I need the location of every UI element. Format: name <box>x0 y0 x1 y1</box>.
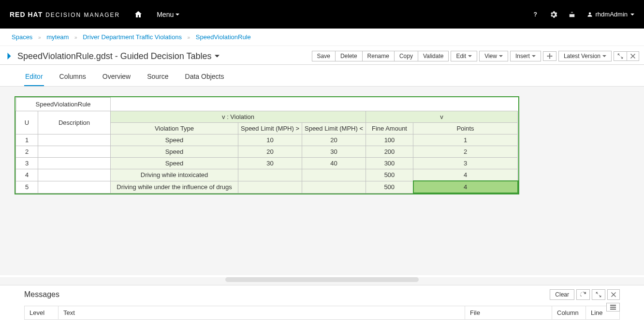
caret-down-icon <box>602 54 606 58</box>
expand-icon[interactable] <box>592 289 605 300</box>
col-header-speed-max[interactable]: Speed Limit (MPH) < <box>302 123 366 134</box>
col-group-v[interactable]: v <box>366 111 518 123</box>
cell-violation-type[interactable]: Speed <box>111 146 238 158</box>
table-row[interactable]: 1 Speed 10 20 100 1 <box>16 134 518 146</box>
col-header-level[interactable]: Level <box>25 306 59 320</box>
cell-points-selected[interactable]: 4 <box>413 181 518 193</box>
col-header-violation-type[interactable]: Violation Type <box>111 123 238 134</box>
refresh-icon[interactable] <box>576 289 590 300</box>
cell-speed-max[interactable] <box>302 181 366 193</box>
breadcrumb-item[interactable]: Spaces <box>12 33 32 41</box>
home-icon[interactable] <box>134 11 142 18</box>
save-button[interactable]: Save <box>312 51 336 61</box>
expand-icon[interactable] <box>614 51 627 61</box>
menu-dropdown[interactable]: Menu <box>157 11 179 18</box>
cell-fine[interactable]: 100 <box>366 134 413 146</box>
cell-description[interactable] <box>38 146 111 158</box>
insert-dropdown[interactable]: Insert <box>510 51 541 61</box>
table-name-tab[interactable]: SpeedViolationRule <box>16 97 111 111</box>
breadcrumb-item[interactable]: SpeedViolationRule <box>196 33 251 41</box>
cell-fine[interactable]: 300 <box>366 158 413 169</box>
cell-speed-min[interactable] <box>238 169 302 181</box>
cell-violation-type[interactable]: Driving while intoxicated <box>111 169 238 181</box>
col-header-file[interactable]: File <box>465 306 552 320</box>
user-menu[interactable]: rhdmAdmin <box>587 11 634 18</box>
expand-toggle[interactable] <box>7 53 12 59</box>
col-header-fine[interactable]: Fine Amount <box>366 123 413 134</box>
cell-fine[interactable]: 200 <box>366 146 413 158</box>
col-header-speed-min[interactable]: Speed Limit (MPH) > <box>238 123 302 134</box>
list-options-icon[interactable] <box>606 303 620 312</box>
cell-description[interactable] <box>38 158 111 169</box>
col-header-column[interactable]: Column <box>552 306 586 320</box>
table-row[interactable]: 4 Driving while intoxicated 500 4 <box>16 169 518 181</box>
validate-button[interactable]: Validate <box>418 51 449 61</box>
tab-source[interactable]: Source <box>146 70 169 86</box>
rename-button[interactable]: Rename <box>362 51 395 61</box>
cell-speed-max[interactable] <box>302 169 366 181</box>
table-row[interactable]: 3 Speed 30 40 300 3 <box>16 158 518 169</box>
cell-speed-min[interactable]: 10 <box>238 134 302 146</box>
cell-points[interactable]: 3 <box>413 158 518 169</box>
cell-points[interactable]: 1 <box>413 134 518 146</box>
messages-table: Level Text File Column Line <box>24 306 620 320</box>
cell-description[interactable] <box>38 134 111 146</box>
brand-bold: RED HAT <box>10 11 43 18</box>
cell-violation-type[interactable]: Driving while under the influence of dru… <box>111 181 238 193</box>
cell-speed-max[interactable]: 30 <box>302 146 366 158</box>
col-group-violation[interactable]: v : Violation <box>111 111 366 123</box>
messages-panel: Messages Clear Level Text File Column Li <box>0 285 644 322</box>
col-header-text[interactable]: Text <box>59 306 465 320</box>
edit-label: Edit <box>456 53 466 59</box>
view-dropdown[interactable]: View <box>479 51 508 61</box>
messages-title: Messages <box>24 290 59 299</box>
cell-violation-type[interactable]: Speed <box>111 134 238 146</box>
table-row[interactable]: 5 Driving while under the influence of d… <box>16 181 518 193</box>
caret-down-icon[interactable] <box>215 54 220 59</box>
caret-down-icon <box>176 13 179 16</box>
copy-button[interactable]: Copy <box>394 51 418 61</box>
insert-label: Insert <box>515 53 530 59</box>
cell-violation-type[interactable]: Speed <box>111 158 238 169</box>
row-number[interactable]: 4 <box>16 169 38 181</box>
close-icon[interactable] <box>627 51 639 61</box>
tab-columns[interactable]: Columns <box>59 70 87 86</box>
cell-speed-max[interactable]: 40 <box>302 158 366 169</box>
row-number[interactable]: 2 <box>16 146 38 158</box>
menu-label: Menu <box>157 11 174 18</box>
latest-version-label: Latest Version <box>564 53 600 59</box>
col-header-u[interactable]: U <box>16 111 38 134</box>
cell-points[interactable]: 4 <box>413 169 518 181</box>
tab-editor[interactable]: Editor <box>24 70 44 86</box>
breadcrumb-item[interactable]: Driver Department Traffic Violations <box>83 33 182 41</box>
caret-down-icon <box>532 54 536 58</box>
cell-speed-min[interactable]: 30 <box>238 158 302 169</box>
cell-fine[interactable]: 500 <box>366 169 413 181</box>
col-header-description[interactable]: Description <box>38 111 111 134</box>
help-icon[interactable]: ? <box>532 11 539 18</box>
breadcrumb-item[interactable]: myteam <box>46 33 69 41</box>
horizontal-scrollbar[interactable] <box>225 277 419 282</box>
cell-points[interactable]: 2 <box>413 146 518 158</box>
cell-speed-max[interactable]: 20 <box>302 134 366 146</box>
tab-overview[interactable]: Overview <box>102 70 132 86</box>
row-number[interactable]: 3 <box>16 158 38 169</box>
row-number[interactable]: 1 <box>16 134 38 146</box>
row-number[interactable]: 5 <box>16 181 38 193</box>
tab-data-objects[interactable]: Data Objects <box>184 70 225 86</box>
cell-fine[interactable]: 500 <box>366 181 413 193</box>
briefcase-icon[interactable] <box>569 11 575 18</box>
table-row[interactable]: 2 Speed 20 30 200 2 <box>16 146 518 158</box>
cell-description[interactable] <box>38 169 111 181</box>
col-header-points[interactable]: Points <box>413 123 518 134</box>
gear-icon[interactable] <box>550 11 557 18</box>
move-icon[interactable] <box>543 51 556 61</box>
clear-button[interactable]: Clear <box>550 289 574 300</box>
cell-speed-min[interactable] <box>238 181 302 193</box>
close-icon[interactable] <box>607 289 620 300</box>
cell-speed-min[interactable]: 20 <box>238 146 302 158</box>
edit-dropdown[interactable]: Edit <box>451 51 477 61</box>
latest-version-dropdown[interactable]: Latest Version <box>558 51 612 61</box>
delete-button[interactable]: Delete <box>335 51 363 61</box>
cell-description[interactable] <box>38 181 111 193</box>
